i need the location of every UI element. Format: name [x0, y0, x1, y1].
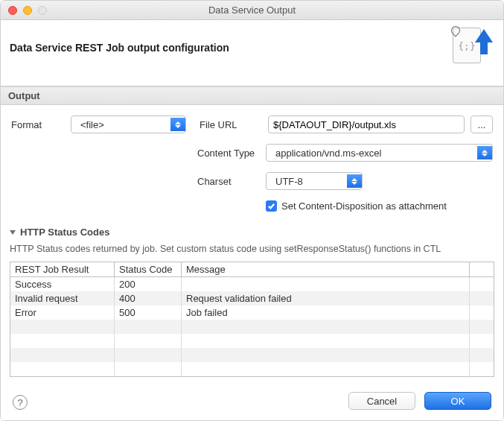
cell-code: 200 [115, 277, 182, 292]
charset-select[interactable]: UTF-8 [266, 172, 363, 190]
cell-message [182, 348, 470, 362]
cell-result [10, 334, 115, 348]
cell-result [10, 362, 115, 376]
cell-message: Job failed [182, 306, 470, 320]
format-label: Format [11, 119, 71, 130]
cell-spacer [470, 362, 494, 376]
col-rest-job-result[interactable]: REST Job Result [10, 262, 115, 277]
format-select[interactable]: <file> [71, 115, 186, 133]
http-section-description: HTTP Status codes returned by job. Set c… [10, 244, 494, 254]
http-section-title: HTTP Status Codes [20, 227, 109, 238]
table-row[interactable] [10, 334, 494, 348]
titlebar: Data Service Output [1, 1, 503, 20]
cell-result [10, 320, 115, 334]
status-codes-table: REST Job Result Status Code Message Succ… [10, 262, 494, 377]
file-url-input[interactable] [268, 115, 465, 133]
ok-button[interactable]: OK [424, 392, 491, 410]
cell-spacer [470, 320, 494, 334]
dialog-footer: ? Cancel OK [1, 377, 503, 421]
cell-result: Invalid request [10, 291, 115, 306]
cell-code [115, 348, 182, 362]
charset-label: Charset [197, 176, 266, 187]
charset-value: UTF-8 [271, 176, 303, 187]
cell-message [182, 320, 470, 334]
col-status-code[interactable]: Status Code [115, 262, 182, 277]
cell-code: 400 [115, 291, 182, 306]
table-row[interactable] [10, 320, 494, 334]
cell-spacer [470, 334, 494, 348]
dialog-header: Data Service REST Job output configurati… [1, 20, 503, 86]
cell-result: Error [10, 306, 115, 320]
content-type-label: Content Type [197, 148, 266, 159]
content-disposition-label: Set Content-Disposition as attachment [281, 200, 447, 212]
format-value: <file> [76, 119, 104, 130]
page-title: Data Service REST Job output configurati… [10, 42, 229, 54]
cell-code [115, 334, 182, 348]
cell-code [115, 320, 182, 334]
col-message[interactable]: Message [182, 262, 470, 277]
file-url-label: File URL [200, 119, 268, 130]
http-status-section: HTTP Status Codes HTTP Status codes retu… [1, 222, 503, 377]
cell-code: 500 [115, 306, 182, 320]
cell-message: Request validation failed [182, 291, 470, 306]
content-type-value: application/vnd.ms-excel [271, 148, 381, 159]
cell-message [182, 334, 470, 348]
cell-result: Success [10, 277, 115, 292]
table-row[interactable] [10, 348, 494, 362]
cell-message [182, 362, 470, 376]
output-upload-icon: {;} [453, 28, 493, 68]
cell-message [182, 277, 470, 292]
chevron-updown-icon [347, 174, 362, 188]
table-row[interactable]: Invalid request400Request validation fai… [10, 291, 494, 306]
cell-spacer [470, 306, 494, 320]
cell-code [115, 362, 182, 376]
chevron-updown-icon [477, 146, 492, 159]
cell-spacer [470, 291, 494, 306]
table-row[interactable]: Success200 [10, 277, 494, 292]
content-disposition-checkbox[interactable] [266, 200, 277, 212]
cancel-button[interactable]: Cancel [348, 392, 415, 410]
table-row[interactable] [10, 362, 494, 376]
chevron-down-icon [10, 230, 16, 235]
output-form: Format <file> File URL ... Content Type … [1, 105, 503, 222]
browse-button[interactable]: ... [470, 115, 493, 133]
output-section-header: Output [1, 86, 503, 105]
chevron-updown-icon [170, 118, 185, 131]
http-section-header[interactable]: HTTP Status Codes [10, 227, 494, 241]
cell-spacer [470, 277, 494, 292]
help-button[interactable]: ? [13, 395, 28, 410]
window-title: Data Service Output [1, 4, 503, 16]
cell-spacer [470, 348, 494, 362]
content-type-select[interactable]: application/vnd.ms-excel [266, 144, 493, 162]
table-row[interactable]: Error500Job failed [10, 306, 494, 320]
cell-result [10, 348, 115, 362]
col-spacer [470, 262, 494, 277]
